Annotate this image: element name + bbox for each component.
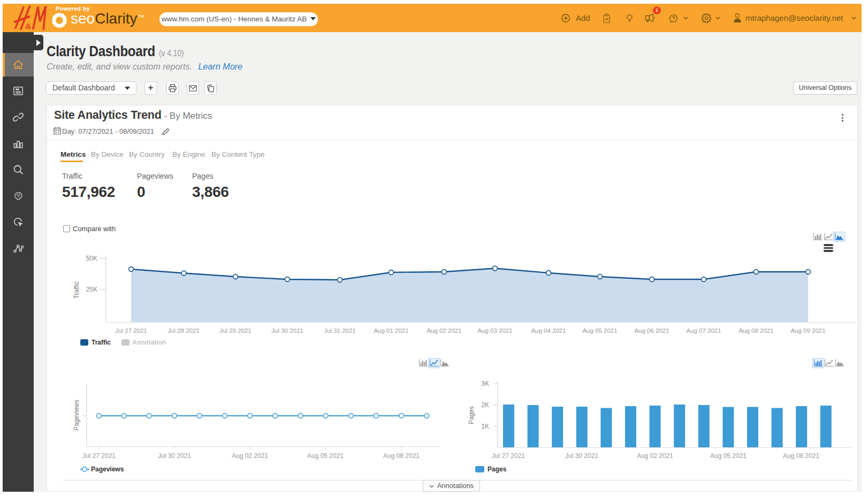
svg-text:25K: 25K — [86, 286, 97, 293]
svg-text:Jul 30 2021: Jul 30 2021 — [271, 327, 303, 334]
svg-text:Aug 05 2021: Aug 05 2021 — [710, 452, 747, 460]
svg-text:Aug 08 2021: Aug 08 2021 — [738, 327, 773, 334]
svg-text:Annotation: Annotation — [132, 339, 166, 346]
svg-text:Jul 27 2021: Jul 27 2021 — [82, 452, 116, 460]
svg-text:50K: 50K — [86, 255, 97, 262]
svg-text:Jul 30 2021: Jul 30 2021 — [565, 452, 598, 460]
svg-text:Aug 04 2021: Aug 04 2021 — [531, 327, 566, 334]
svg-text:Aug 08 2021: Aug 08 2021 — [383, 452, 420, 460]
svg-text:2K: 2K — [481, 401, 489, 409]
svg-text:Aug 05 2021: Aug 05 2021 — [582, 327, 617, 334]
svg-text:Jul 28 2021: Jul 28 2021 — [167, 327, 199, 334]
svg-text:Aug 03 2021: Aug 03 2021 — [477, 327, 512, 334]
svg-text:Aug 09 2021: Aug 09 2021 — [790, 327, 825, 334]
svg-text:Jul 30 2021: Jul 30 2021 — [158, 452, 191, 460]
svg-text:Jul 29 2021: Jul 29 2021 — [219, 327, 251, 334]
svg-text:3K: 3K — [481, 380, 489, 387]
svg-text:Aug 02 2021: Aug 02 2021 — [427, 327, 461, 334]
svg-text:Pageviews: Pageviews — [91, 466, 124, 473]
svg-text:Aug 02 2021: Aug 02 2021 — [232, 452, 268, 460]
svg-text:Jul 31 2021: Jul 31 2021 — [324, 327, 355, 334]
svg-text:Aug 07 2021: Aug 07 2021 — [686, 327, 721, 334]
svg-text:Traffic: Traffic — [92, 339, 111, 346]
svg-text:Aug 05 2021: Aug 05 2021 — [307, 452, 344, 460]
svg-text:Aug 08 2021: Aug 08 2021 — [783, 452, 819, 460]
svg-text:1K: 1K — [481, 423, 489, 430]
svg-text:Traffic: Traffic — [73, 281, 80, 299]
svg-text:Aug 02 2021: Aug 02 2021 — [637, 452, 673, 460]
svg-text:Aug 06 2021: Aug 06 2021 — [634, 327, 669, 334]
svg-text:&: & — [26, 22, 32, 30]
svg-text:Aug 01 2021: Aug 01 2021 — [374, 327, 408, 334]
svg-text:Pages: Pages — [468, 406, 475, 424]
svg-text:Pages: Pages — [488, 466, 507, 473]
svg-text:Pageviews: Pageviews — [73, 400, 80, 431]
svg-text:Jul 27 2021: Jul 27 2021 — [492, 452, 525, 460]
svg-text:Jul 27 2021: Jul 27 2021 — [115, 327, 147, 334]
